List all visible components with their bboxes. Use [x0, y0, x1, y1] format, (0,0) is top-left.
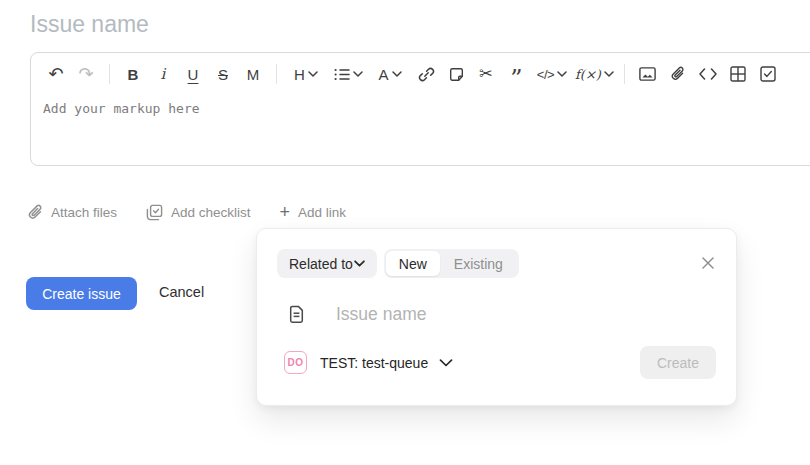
blockquote-icon: ” — [510, 67, 521, 91]
toolbar-divider — [624, 64, 625, 84]
tab-new[interactable]: New — [386, 251, 440, 276]
dialog-create-button[interactable]: Create — [640, 346, 716, 379]
issue-name-input[interactable] — [28, 10, 772, 39]
cancel-button[interactable]: Cancel — [159, 284, 204, 300]
markup-editor: ↶ ↷ B i U S M H — [30, 52, 810, 166]
bold-button[interactable]: B — [120, 61, 146, 87]
formula-dropdown[interactable]: f(×) — [575, 61, 614, 87]
editor-toolbar: ↶ ↷ B i U S M H — [31, 53, 810, 91]
issue-create-page: ↶ ↷ B i U S M H — [0, 0, 810, 465]
text-style-dropdown[interactable]: A — [371, 61, 409, 87]
link-mode-tabs: New Existing — [384, 249, 519, 278]
chevron-down-icon — [354, 260, 365, 267]
attach-file-button[interactable] — [665, 61, 691, 87]
redo-icon: ↷ — [78, 65, 93, 83]
redo-button[interactable]: ↷ — [73, 61, 99, 87]
relation-type-label: Related to — [289, 256, 353, 272]
document-icon — [289, 305, 304, 324]
code-block-dropdown[interactable]: </> — [533, 61, 571, 87]
attachments-bar: Attach files Add checklist + Add link — [28, 203, 346, 221]
insert-table-button[interactable] — [725, 61, 751, 87]
close-icon — [701, 256, 715, 270]
dialog-issue-name-row — [277, 303, 716, 326]
chevron-down-icon — [439, 359, 453, 367]
attach-files-button[interactable]: Attach files — [28, 204, 117, 221]
insert-image-button[interactable] — [635, 61, 661, 87]
paperclip-icon — [28, 204, 43, 221]
chevron-down-icon — [308, 71, 318, 77]
chevron-down-icon — [557, 71, 567, 77]
queue-name: TEST: test-queue — [320, 355, 428, 371]
scissors-icon: ✂ — [479, 66, 492, 82]
bulleted-list-icon — [334, 68, 350, 81]
checkbox-button[interactable] — [755, 61, 781, 87]
underline-button[interactable]: U — [180, 61, 206, 87]
queue-badge: DO — [284, 351, 307, 374]
add-link-label: Add link — [298, 205, 346, 220]
quote-button[interactable]: ” — [503, 61, 529, 87]
formula-label: f(×) — [575, 68, 601, 81]
monospace-button[interactable]: M — [240, 61, 266, 87]
table-icon — [730, 66, 746, 82]
tab-existing[interactable]: Existing — [440, 256, 517, 272]
insert-link-button[interactable] — [413, 61, 439, 87]
markup-textarea[interactable] — [41, 99, 795, 161]
undo-button[interactable]: ↶ — [43, 61, 69, 87]
dialog-queue-row: DO TEST: test-queue Create — [277, 346, 716, 379]
undo-icon: ↶ — [48, 65, 63, 83]
attach-files-label: Attach files — [51, 205, 117, 220]
note-button[interactable] — [443, 61, 469, 87]
chevron-down-icon — [392, 71, 402, 77]
paperclip-icon — [671, 66, 685, 82]
add-checklist-button[interactable]: Add checklist — [146, 204, 251, 221]
inline-code-button[interactable] — [695, 61, 721, 87]
note-icon — [449, 67, 464, 82]
checkbox-icon — [760, 66, 776, 82]
heading-dropdown[interactable]: H — [287, 61, 325, 87]
italic-button[interactable]: i — [150, 61, 176, 87]
add-checklist-label: Add checklist — [171, 205, 251, 220]
text-style-label: A — [378, 67, 388, 82]
strikethrough-button[interactable]: S — [210, 61, 236, 87]
code-block-label: </> — [537, 68, 554, 81]
link-icon — [418, 66, 435, 83]
dialog-header-row: Related to New Existing — [277, 249, 716, 278]
chevron-down-icon — [353, 71, 363, 77]
cut-button[interactable]: ✂ — [473, 61, 499, 87]
add-link-button[interactable]: + Add link — [280, 203, 347, 221]
image-icon — [639, 67, 656, 81]
close-dialog-button[interactable] — [699, 254, 717, 272]
checklist-icon — [146, 204, 163, 221]
angle-brackets-icon — [699, 68, 717, 80]
list-dropdown[interactable] — [329, 61, 367, 87]
create-issue-button[interactable]: Create issue — [26, 277, 137, 310]
plus-icon: + — [280, 203, 291, 221]
queue-selector[interactable]: DO TEST: test-queue — [284, 351, 453, 374]
toolbar-divider — [276, 64, 277, 84]
relation-type-dropdown[interactable]: Related to — [277, 249, 377, 278]
heading-label: H — [294, 67, 305, 82]
linked-issue-name-input[interactable] — [334, 303, 668, 326]
toolbar-divider — [109, 64, 110, 84]
chevron-down-icon — [604, 71, 614, 77]
add-link-dialog: Related to New Existing — [256, 228, 737, 406]
